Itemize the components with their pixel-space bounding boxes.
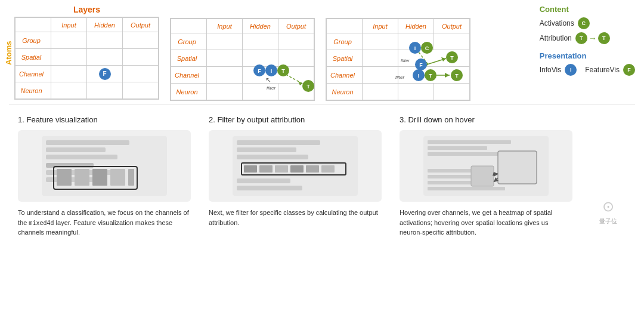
featurevis-label: FeatureVis xyxy=(585,66,620,74)
col-hidden-1: Hidden xyxy=(87,18,123,32)
step-2-column: 2. Filter by output attribution Next, we xyxy=(209,115,382,238)
step-1-title: 1. Feature visualization xyxy=(18,115,191,124)
col-output-3: Output xyxy=(434,19,470,33)
code-layer: mixed4d xyxy=(29,220,54,226)
activations-label: Activations xyxy=(540,19,574,27)
svg-text:I: I xyxy=(271,68,273,74)
svg-text:C: C xyxy=(425,45,429,51)
attribution-label: Attribution xyxy=(540,34,572,42)
svg-rect-58 xyxy=(237,178,290,183)
infovis-row: InfoVis I FeatureVis F xyxy=(540,64,635,76)
step-2-title: 2. Filter by output attribution xyxy=(209,115,382,124)
layer-grid-2: Input Hidden Output Group xyxy=(170,18,315,101)
svg-text:T: T xyxy=(450,55,454,61)
infovis-badge: I xyxy=(565,64,577,76)
svg-rect-36 xyxy=(46,147,106,152)
svg-rect-45 xyxy=(110,169,125,186)
svg-text:T: T xyxy=(429,73,432,79)
node-f-1: F xyxy=(99,68,111,80)
layer-grid-1: Input Hidden Output Group xyxy=(14,17,159,100)
step-1-column: 1. Feature visualization xyxy=(18,115,191,238)
featurevis-badge: F xyxy=(623,64,635,76)
step-3-svg xyxy=(420,133,552,199)
svg-rect-67 xyxy=(428,187,505,190)
col-input-2: Input xyxy=(207,19,243,33)
col-hidden-2: Hidden xyxy=(243,19,278,33)
presentation-title: Presentation xyxy=(540,51,635,60)
attribution-row: Attribution T → T xyxy=(540,32,635,44)
step-3-image xyxy=(400,130,572,202)
col-output-1: Output xyxy=(123,18,159,32)
activations-row: Activations C xyxy=(540,17,635,29)
top-area: Atoms Layers Input Hidden Output xyxy=(0,0,644,104)
row-neuron: Neuron xyxy=(16,82,51,99)
bottom-section: 1. Feature visualization xyxy=(0,109,644,244)
svg-rect-43 xyxy=(75,169,89,186)
infovis-label: InfoVis xyxy=(540,66,561,74)
svg-rect-69 xyxy=(498,151,537,184)
row-spatial: Spatial xyxy=(16,49,51,66)
step-1-number: 1. xyxy=(18,115,26,124)
attribution-from: T xyxy=(575,32,587,44)
step-3-label: Drill down on hover xyxy=(408,115,474,124)
svg-rect-53 xyxy=(259,165,273,173)
step-3-column: 3. Drill down on hover xyxy=(400,115,572,238)
svg-text:T: T xyxy=(455,73,459,79)
row-channel: Channel xyxy=(16,66,51,82)
watermark-text: 量子位 xyxy=(599,217,617,226)
grid-2: Input Hidden Output Group xyxy=(170,5,315,101)
step-2-number: 2. xyxy=(209,115,217,124)
svg-text:I: I xyxy=(414,45,416,51)
svg-rect-44 xyxy=(92,169,107,186)
svg-rect-68 xyxy=(471,166,494,186)
grids-container: Layers Input Hidden Output Group xyxy=(14,5,470,101)
col-input-1: Input xyxy=(51,18,87,32)
svg-text:I: I xyxy=(418,73,420,79)
step-3-desc: Hovering over channels, we get a heatmap… xyxy=(400,208,572,238)
svg-rect-54 xyxy=(275,165,288,173)
svg-rect-64 xyxy=(428,169,475,173)
step-3-title: 3. Drill down on hover xyxy=(400,115,572,124)
grid-3: Input Hidden Output Group xyxy=(326,5,470,101)
svg-text:T: T xyxy=(281,68,285,74)
content-title: Content xyxy=(540,5,635,14)
step-2-image xyxy=(209,130,382,202)
svg-rect-57 xyxy=(321,165,335,173)
svg-rect-55 xyxy=(290,165,304,173)
svg-rect-59 xyxy=(237,186,302,190)
step-1-svg xyxy=(39,133,170,199)
svg-rect-62 xyxy=(428,146,487,150)
row-group: Group xyxy=(16,32,51,49)
watermark-area: ⊙ 量子位 xyxy=(590,115,626,238)
svg-rect-46 xyxy=(128,169,134,186)
step-1-image xyxy=(18,130,191,202)
col-input-3: Input xyxy=(363,19,398,33)
atoms-label: Atoms xyxy=(3,5,14,101)
svg-rect-63 xyxy=(428,152,499,156)
step-2-label: Filter by output attribution xyxy=(217,115,305,124)
svg-text:filter: filter xyxy=(395,75,404,80)
svg-rect-42 xyxy=(57,169,72,186)
svg-rect-61 xyxy=(428,140,511,144)
svg-rect-50 xyxy=(237,155,308,159)
step-2-desc: Next, we filter for specific classes by … xyxy=(209,208,382,227)
svg-marker-31 xyxy=(445,73,450,78)
activations-badge: C xyxy=(578,17,590,29)
svg-rect-37 xyxy=(46,155,117,159)
attribution-arrow: T → T xyxy=(575,32,610,44)
step-2-svg xyxy=(230,133,361,199)
content-panel: Content Activations C Attribution T → T … xyxy=(534,5,635,101)
svg-rect-56 xyxy=(306,165,319,173)
col-output-2: Output xyxy=(278,19,314,33)
layers-title: Layers xyxy=(14,5,159,14)
watermark-icon: ⊙ xyxy=(602,198,614,215)
col-hidden-3: Hidden xyxy=(398,19,434,33)
svg-text:F: F xyxy=(258,68,261,74)
attribution-to: T xyxy=(598,32,610,44)
svg-rect-48 xyxy=(237,140,320,145)
svg-rect-52 xyxy=(244,165,257,173)
step-1-desc: To understand a classification, we focus… xyxy=(18,208,191,238)
grid-1: Layers Input Hidden Output Group xyxy=(14,5,159,100)
layer-grid-3: Input Hidden Output Group xyxy=(326,18,470,101)
svg-rect-49 xyxy=(237,147,296,152)
